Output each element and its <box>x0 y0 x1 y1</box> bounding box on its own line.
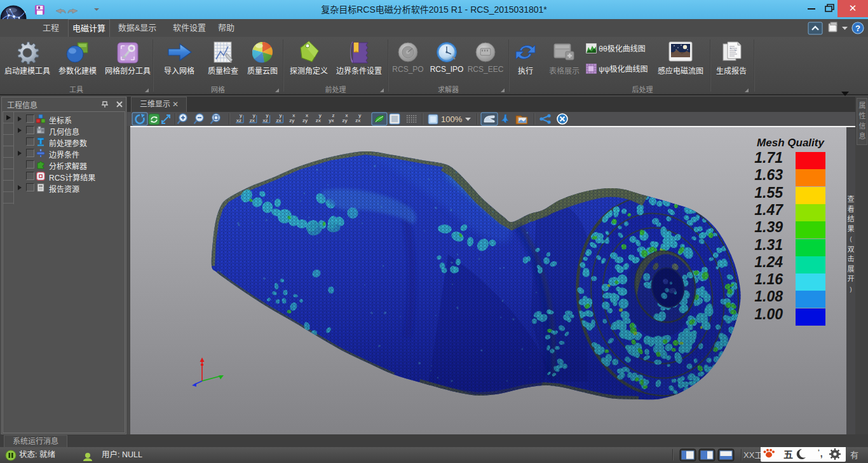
svg-text:yx: yx <box>329 118 334 123</box>
svg-text:100%: 100% <box>441 114 463 124</box>
svg-text:zy: zy <box>289 118 294 123</box>
svg-text:zx: zx <box>355 118 360 123</box>
svg-text:x: x <box>292 113 295 118</box>
svg-text:y: y <box>253 113 255 118</box>
svg-text:y: y <box>266 113 269 118</box>
svg-text:x: x <box>345 113 348 118</box>
svg-text:zx: zx <box>316 118 321 123</box>
svg-text:x: x <box>306 113 308 118</box>
svg-text:y: y <box>279 113 281 118</box>
svg-text:y: y <box>319 113 322 118</box>
svg-text:XX工: XX工 <box>743 450 763 460</box>
svg-text:有: 有 <box>850 450 858 460</box>
svg-text:y: y <box>240 113 242 118</box>
svg-text:五: 五 <box>783 449 793 460</box>
svg-text:zy: zy <box>342 118 347 123</box>
svg-text:y: y <box>358 113 361 118</box>
svg-text:᾽,: ᾽, <box>817 448 823 459</box>
svg-text:?: ? <box>855 24 860 33</box>
svg-text:zy: zy <box>302 118 308 123</box>
svg-text:z: z <box>332 113 335 118</box>
